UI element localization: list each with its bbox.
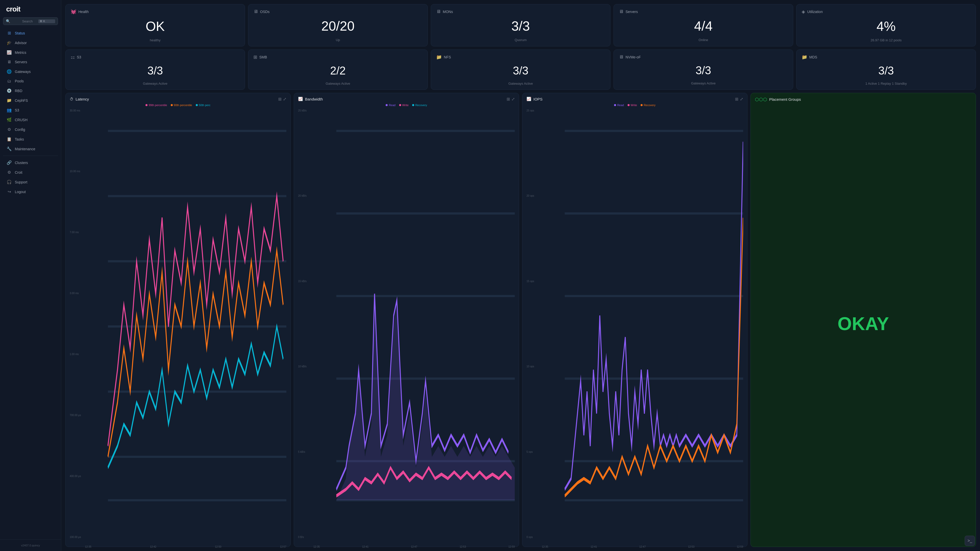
gateway-card-nfs[interactable]: 📁 NFS 3/3 Gateways Active	[431, 49, 611, 89]
config-nav-icon: ⚙	[6, 127, 12, 132]
search-placeholder: Search	[22, 19, 37, 23]
sidebar-item-advisor[interactable]: 🎓 Advisor	[2, 38, 59, 48]
bandwidth-svg	[298, 109, 515, 544]
placement-groups-card: ⬡⬡⬡ Placement Groups OKAY	[751, 93, 976, 547]
card-title-health: Health	[78, 10, 89, 14]
sidebar-item-status[interactable]: ⊞ Status	[2, 28, 59, 38]
app-version: v2407.0.quincy	[0, 542, 61, 549]
terminal-button[interactable]: >_	[965, 536, 975, 546]
gw-sub-nvme: Gateways Active	[619, 81, 788, 85]
gateway-card-s3[interactable]: ⚏ S3 3/3 Gateways Active	[65, 49, 245, 89]
y-axis-label: 1.00 ms	[70, 353, 84, 356]
maintenance-nav-label: Maintenance	[15, 147, 54, 151]
latency-x-axis: 12:3512:4212:5012:57	[70, 545, 286, 548]
servers-nav-icon: 🖥	[6, 60, 12, 64]
stat-card-health[interactable]: 💓 Health OK healthy	[65, 4, 245, 46]
sidebar-item-crush[interactable]: 🌿 CRUSH	[2, 115, 59, 124]
support-nav-label: Support	[15, 180, 54, 184]
search-bar[interactable]: 🔍 Search ⌘ K	[3, 17, 58, 25]
s3-nav-label: S3	[15, 108, 54, 112]
pg-value: OKAY	[755, 104, 972, 543]
clusters-nav-label: Clusters	[15, 161, 54, 165]
latency-table-icon[interactable]: ⊞	[278, 97, 282, 102]
card-header-health: 💓 Health	[71, 9, 240, 14]
x-axis-label: 12:41	[362, 545, 369, 548]
y-axis-label: 700.00 µs	[70, 414, 84, 416]
stat-card-servers[interactable]: 🖥 Servers 4/4 Online	[614, 4, 793, 46]
sidebar-item-support[interactable]: 🎧 Support	[2, 177, 59, 187]
sidebar-item-rbd[interactable]: 💿 RBD	[2, 86, 59, 95]
sidebar-item-cephfs[interactable]: 📁 CephFS	[2, 96, 59, 105]
card-header-osds: 🖥 OSDs	[253, 9, 422, 14]
gw-header-mds: 📁 MDS	[802, 54, 970, 60]
stat-card-osds[interactable]: 🖥 OSDs 20/20 Up	[248, 4, 428, 46]
card-title-mons: MONs	[443, 10, 453, 14]
gateway-card-nvme[interactable]: 🖥 NVMe-oF 3/3 Gateways Active	[614, 49, 793, 89]
sidebar-item-servers[interactable]: 🖥 Servers	[2, 57, 59, 67]
gw-icon-mds: 📁	[802, 54, 807, 60]
legend-item: Read	[614, 103, 624, 106]
advisor-nav-label: Advisor	[15, 41, 54, 45]
iops-chart-card: 📈 IOPS ⊞ ⤢ ReadWriteRecovery 25 ops20 op…	[522, 93, 748, 547]
bandwidth-legend: ReadWriteRecovery	[298, 103, 515, 106]
rbd-nav-label: RBD	[15, 89, 54, 93]
sidebar-item-logout[interactable]: ↪ Logout	[2, 187, 59, 197]
y-axis-label: 5 ops	[527, 451, 541, 453]
search-shortcut: ⌘ K	[38, 19, 55, 23]
legend-item: 99th percentile	[145, 103, 167, 106]
sidebar-item-clusters[interactable]: 🔗 Clusters	[2, 158, 59, 167]
iops-expand-icon[interactable]: ⤢	[740, 97, 743, 102]
y-axis-label: 7.00 ms	[70, 231, 84, 233]
gw-header-nfs: 📁 NFS	[436, 54, 605, 60]
legend-item: 90th percentile	[171, 103, 192, 106]
legend-item: Write	[399, 103, 409, 106]
card-value-utilization: 4%	[802, 17, 970, 36]
sidebar-item-croit[interactable]: ⚙ Croit	[2, 168, 59, 177]
gateway-cards-row: ⚏ S3 3/3 Gateways Active ⊞ SMB 2/2 Gatew…	[65, 49, 976, 89]
sidebar-item-pools[interactable]: 🗂 Pools	[2, 76, 59, 86]
sidebar-nav: ⊞ Status 🎓 Advisor 📈 Metrics 🖥 Servers 🌐…	[0, 28, 61, 540]
iops-svg	[527, 109, 743, 544]
x-axis-label: 12:59	[508, 545, 515, 548]
gateway-card-mds[interactable]: 📁 MDS 3/3 1 Active 1 Replay 1 Standby	[796, 49, 976, 89]
card-value-osds: 20/20	[253, 16, 422, 36]
svg-marker-13	[336, 294, 515, 500]
bandwidth-table-icon[interactable]: ⊞	[507, 97, 510, 102]
gw-header-s3: ⚏ S3	[71, 54, 240, 60]
sidebar-item-metrics[interactable]: 📈 Metrics	[2, 48, 59, 57]
tasks-nav-icon: 📋	[6, 137, 12, 141]
x-axis-label: 12:53	[460, 545, 466, 548]
iops-y-axis: 25 ops20 ops15 ops10 ops5 ops0 ops	[527, 109, 542, 538]
advisor-nav-icon: 🎓	[6, 40, 12, 45]
iops-table-icon[interactable]: ⊞	[735, 97, 738, 102]
iops-icon: 📈	[527, 97, 531, 101]
card-header-servers: 🖥 Servers	[619, 9, 788, 14]
sidebar-item-s3[interactable]: 👥 S3	[2, 105, 59, 115]
sidebar-item-config[interactable]: ⚙ Config	[2, 125, 59, 134]
x-axis-label: 12:35	[85, 545, 91, 548]
gateways-nav-label: Gateways	[15, 70, 54, 74]
sidebar-item-maintenance[interactable]: 🔧 Maintenance	[2, 144, 59, 154]
stat-card-utilization[interactable]: ◈ Utilization 4% 26.97 GB in 12 pools	[796, 4, 976, 46]
logout-nav-icon: ↪	[6, 189, 12, 194]
bandwidth-chart-area: 25 kB/s20 kB/s15 kB/s10 kB/s5 kB/s0 B/s …	[298, 109, 515, 544]
sidebar-item-gateways[interactable]: 🌐 Gateways	[2, 67, 59, 76]
metrics-nav-icon: 📈	[6, 50, 12, 55]
bandwidth-x-axis: 12:3512:4112:4712:5312:59	[298, 545, 515, 548]
sidebar-item-tasks[interactable]: 📋 Tasks	[2, 135, 59, 144]
card-value-mons: 3/3	[436, 16, 605, 36]
legend-item: 50th perc	[196, 103, 210, 106]
sidebar-bottom: v2407.0.quincy	[0, 540, 61, 551]
card-value-servers: 4/4	[619, 16, 788, 36]
stat-card-mons[interactable]: 🖥 MONs 3/3 Quorum	[431, 4, 611, 46]
support-nav-icon: 🎧	[6, 179, 12, 184]
bandwidth-expand-icon[interactable]: ⤢	[511, 97, 515, 102]
bandwidth-chart-card: 📈 Bandwidth ⊞ ⤢ ReadWriteRecovery 25 kB/…	[294, 93, 519, 547]
gateway-card-smb[interactable]: ⊞ SMB 2/2 Gateways Active	[248, 49, 428, 89]
pg-title: Placement Groups	[769, 97, 801, 102]
latency-expand-icon[interactable]: ⤢	[283, 97, 286, 102]
card-sub-utilization: 26.97 GB in 12 pools	[802, 38, 970, 42]
gw-sub-nfs: Gateways Active	[436, 82, 605, 86]
latency-legend: 99th percentile90th percentile50th perc	[70, 103, 286, 106]
s3-nav-icon: 👥	[6, 108, 12, 113]
